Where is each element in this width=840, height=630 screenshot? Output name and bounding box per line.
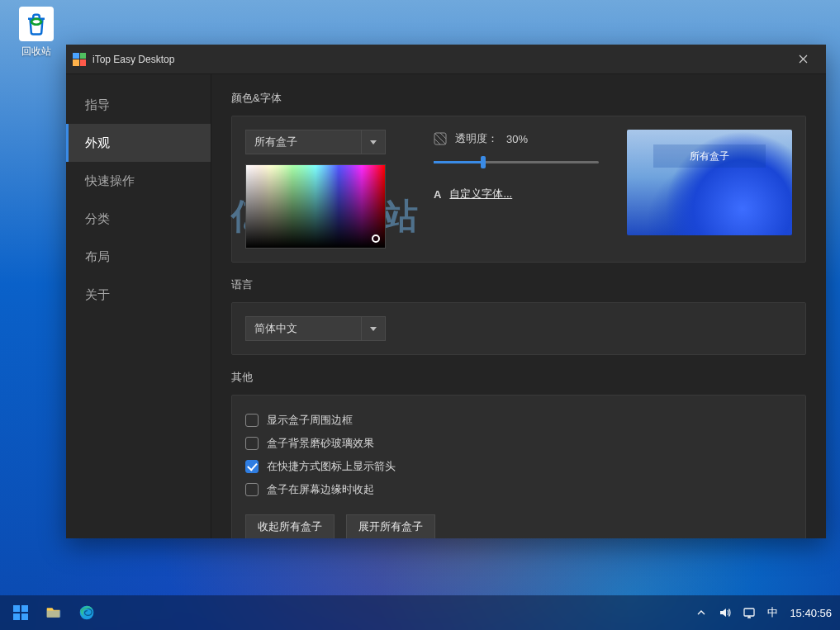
section-language-title: 语言 bbox=[231, 277, 806, 292]
checkbox-icon[interactable] bbox=[245, 460, 259, 473]
section-color-font-title: 颜色&字体 bbox=[231, 91, 806, 106]
option-label: 盒子在屏幕边缘时收起 bbox=[267, 482, 374, 497]
recycle-bin-label: 回收站 bbox=[12, 45, 61, 59]
sidebar-item-1[interactable]: 外观 bbox=[66, 124, 211, 162]
opacity-label: 透明度： bbox=[455, 131, 498, 146]
sidebar: 指导外观快速操作分类布局关于 bbox=[66, 74, 211, 538]
preview-box-label: 所有盒子 bbox=[653, 144, 766, 168]
custom-font-link[interactable]: 自定义字体... bbox=[449, 187, 512, 201]
preview-thumbnail: 所有盒子 bbox=[627, 130, 792, 235]
color-picker[interactable] bbox=[245, 164, 386, 249]
slider-thumb[interactable] bbox=[481, 156, 486, 168]
network-icon[interactable] bbox=[743, 606, 756, 619]
collapse-all-button[interactable]: 收起所有盒子 bbox=[245, 514, 335, 538]
target-box-select[interactable]: 所有盒子 bbox=[245, 130, 386, 154]
language-panel: 简体中文 bbox=[231, 302, 806, 355]
content-area: 亿破姐网站 颜色&字体 所有盒子 bbox=[211, 74, 826, 538]
chevron-down-icon bbox=[361, 130, 386, 154]
close-icon bbox=[799, 54, 808, 64]
option-label: 盒子背景磨砂玻璃效果 bbox=[267, 436, 374, 451]
other-option-2[interactable]: 在快捷方式图标上显示箭头 bbox=[245, 455, 792, 478]
app-logo-icon bbox=[73, 53, 86, 66]
expand-all-button[interactable]: 展开所有盒子 bbox=[346, 514, 435, 538]
ime-indicator[interactable]: 中 bbox=[767, 605, 778, 620]
other-panel: 显示盒子周围边框盒子背景磨砂玻璃效果在快捷方式图标上显示箭头盒子在屏幕边缘时收起… bbox=[231, 395, 806, 538]
other-option-1[interactable]: 盒子背景磨砂玻璃效果 bbox=[245, 432, 792, 455]
section-other-title: 其他 bbox=[231, 370, 806, 385]
titlebar[interactable]: iTop Easy Desktop bbox=[66, 45, 826, 74]
svg-rect-2 bbox=[744, 609, 754, 616]
edge-browser-icon[interactable] bbox=[78, 604, 96, 622]
other-option-3[interactable]: 盒子在屏幕边缘时收起 bbox=[245, 478, 792, 501]
sidebar-item-0[interactable]: 指导 bbox=[66, 86, 211, 124]
font-icon: A bbox=[434, 188, 441, 201]
sidebar-item-5[interactable]: 关于 bbox=[66, 276, 211, 314]
checkbox-icon[interactable] bbox=[245, 483, 259, 496]
color-picker-handle[interactable] bbox=[372, 234, 380, 243]
opacity-slider[interactable] bbox=[434, 161, 599, 163]
tray-overflow-icon[interactable] bbox=[696, 608, 706, 618]
recycle-bin-icon[interactable]: 回收站 bbox=[12, 7, 61, 59]
checkbox-icon[interactable] bbox=[245, 414, 259, 427]
opacity-value: 30% bbox=[506, 133, 528, 145]
close-button[interactable] bbox=[786, 48, 819, 71]
sidebar-item-3[interactable]: 分类 bbox=[66, 200, 211, 238]
sidebar-item-4[interactable]: 布局 bbox=[66, 238, 211, 276]
taskbar: 中 15:40:56 bbox=[0, 595, 840, 630]
windows-logo-icon bbox=[13, 605, 28, 620]
chevron-down-icon bbox=[361, 316, 386, 341]
checkbox-icon[interactable] bbox=[245, 437, 259, 450]
color-font-panel: 所有盒子 透明度： 30% bbox=[231, 116, 806, 263]
language-value: 简体中文 bbox=[245, 316, 361, 341]
app-window: iTop Easy Desktop 指导外观快速操作分类布局关于 亿破姐网站 颜… bbox=[66, 45, 826, 538]
volume-icon[interactable] bbox=[718, 606, 731, 619]
clock[interactable]: 15:40:56 bbox=[790, 607, 832, 619]
other-option-0[interactable]: 显示盒子周围边框 bbox=[245, 409, 792, 432]
window-title: iTop Easy Desktop bbox=[93, 54, 786, 65]
option-label: 显示盒子周围边框 bbox=[267, 413, 353, 428]
sidebar-item-2[interactable]: 快速操作 bbox=[66, 162, 211, 200]
language-select[interactable]: 简体中文 bbox=[245, 316, 386, 341]
target-box-value: 所有盒子 bbox=[245, 130, 361, 154]
start-button[interactable] bbox=[12, 604, 30, 622]
file-explorer-icon[interactable] bbox=[45, 604, 63, 622]
option-label: 在快捷方式图标上显示箭头 bbox=[267, 459, 396, 474]
opacity-icon bbox=[434, 132, 447, 145]
